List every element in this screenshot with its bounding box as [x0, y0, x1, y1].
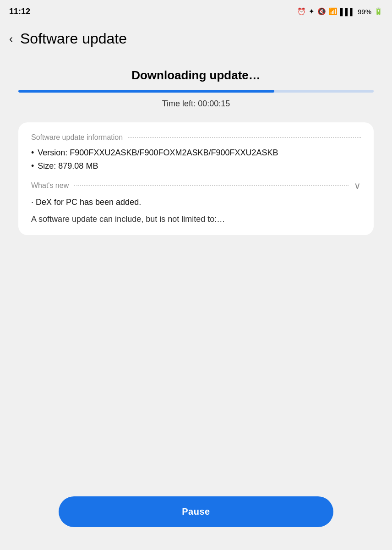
chevron-down-icon[interactable]: ∨	[354, 180, 361, 191]
whats-new-title: What's new	[31, 182, 69, 190]
time-left: Time left: 00:00:15	[18, 99, 374, 109]
wifi-icon: 📶	[329, 7, 338, 16]
back-button[interactable]: ‹	[9, 33, 13, 45]
status-time: 11:12	[9, 7, 30, 16]
progress-bar-fill	[18, 90, 274, 93]
progress-bar-container	[18, 90, 374, 93]
whats-new-dotted-divider	[74, 185, 348, 186]
status-bar: 11:12 ⏰ ✦ 🔇 📶 ▌▌▌ 99% 🔋	[0, 0, 392, 23]
main-content: Downloading update… Time left: 00:00:15 …	[0, 55, 392, 249]
info-card: Software update information Version: F90…	[18, 122, 374, 235]
size-text: Size: 879.08 MB	[38, 161, 98, 171]
battery-icon: 🔋	[374, 7, 383, 16]
page-header: ‹ Software update	[0, 23, 392, 55]
download-title: Downloading update…	[18, 68, 374, 82]
page-title: Software update	[20, 30, 127, 47]
version-text: Version: F900FXXU2ASKB/F900FOXM2ASKB/F90…	[38, 148, 278, 158]
status-icons: ⏰ ✦ 🔇 📶 ▌▌▌ 99% 🔋	[297, 7, 383, 16]
dotted-divider	[128, 137, 361, 138]
download-section: Downloading update… Time left: 00:00:15	[18, 68, 374, 109]
whats-new-header: What's new ∨	[31, 180, 361, 191]
pause-button-container: Pause	[59, 496, 333, 527]
size-item: Size: 879.08 MB	[31, 161, 361, 171]
bluetooth-icon: ✦	[309, 7, 315, 16]
info-section-header: Software update information	[31, 133, 361, 142]
pause-button[interactable]: Pause	[59, 496, 333, 527]
version-item: Version: F900FXXU2ASKB/F900FOXM2ASKB/F90…	[31, 148, 361, 158]
alarm-icon: ⏰	[297, 7, 306, 16]
info-list: Version: F900FXXU2ASKB/F900FOXM2ASKB/F90…	[31, 148, 361, 171]
whats-new-item: · DeX for PC has been added.	[31, 198, 361, 207]
info-section-title: Software update information	[31, 133, 123, 142]
battery-percent: 99%	[358, 8, 371, 16]
mute-icon: 🔇	[317, 7, 326, 16]
update-note: A software update can include, but is no…	[31, 214, 361, 224]
signal-icon: ▌▌▌	[340, 8, 355, 16]
